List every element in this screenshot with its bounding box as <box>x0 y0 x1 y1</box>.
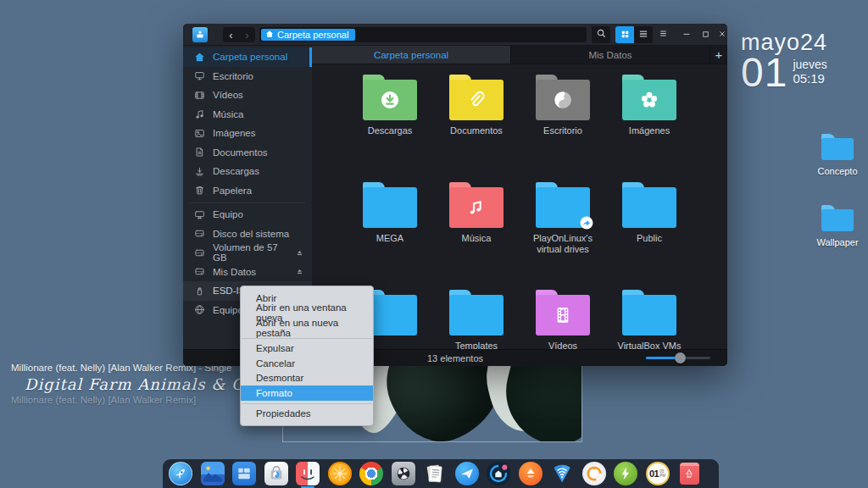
eject-button[interactable] <box>295 248 304 258</box>
disk-icon <box>194 228 205 239</box>
dock-item-wifi[interactable] <box>550 462 574 485</box>
sidebar-item-mis-datos[interactable]: Mis Datos <box>183 263 312 282</box>
dock-item-chrome[interactable] <box>359 462 383 485</box>
forward-button[interactable]: › <box>239 27 255 42</box>
orange-icon <box>328 462 352 485</box>
dock-item-media-player[interactable] <box>392 462 415 485</box>
file-item-playonlinux-s-virtual-drives[interactable]: PlayOnLinux's virtual drives <box>520 172 606 280</box>
file-item-m-sica[interactable]: Música <box>433 172 520 280</box>
file-label: PlayOnLinux's virtual drives <box>520 233 605 255</box>
document-icon <box>194 147 205 158</box>
folder-body <box>821 138 854 161</box>
close-button[interactable] <box>714 26 727 43</box>
context-menu-item-expulsar[interactable]: Expulsar <box>241 341 373 357</box>
icon-view-button[interactable] <box>615 26 634 43</box>
dock-item-power[interactable] <box>614 462 637 485</box>
dock-item-workspaces[interactable] <box>232 462 256 485</box>
cloud-sync-icon <box>487 462 510 485</box>
back-button[interactable]: ‹ <box>223 27 239 42</box>
sidebar-item-descargas[interactable]: Descargas <box>183 162 312 181</box>
dock-item-disk-utility[interactable] <box>519 462 542 485</box>
zoom-slider[interactable] <box>646 357 710 359</box>
file-label: Templates <box>455 341 498 349</box>
sidebar-item-carpeta-personal[interactable]: Carpeta personal <box>183 47 312 67</box>
desktop-shortcut[interactable]: Wallpaper <box>805 205 868 247</box>
shortcut-label: Wallpaper <box>816 237 858 247</box>
sidebar-item-documentos[interactable]: Documentos <box>183 143 312 163</box>
image-icon <box>194 128 205 139</box>
tab-mis-datos[interactable]: Mis Datos <box>511 46 710 64</box>
zoom-slider-knob[interactable] <box>675 352 686 363</box>
dock-item-file-manager[interactable] <box>296 462 320 485</box>
context-menu-item-cancelar[interactable]: Cancelar <box>241 356 373 371</box>
sidebar-item-label: Vídeos <box>213 90 243 100</box>
sidebar-item-papelera[interactable]: Papelera <box>183 181 312 201</box>
context-menu-item-abrir-en-una-nueva-pesta-a[interactable]: Abrir en una nueva pestaña <box>241 320 373 336</box>
app-store-icon <box>264 462 288 485</box>
dock-item-trash[interactable] <box>677 462 701 485</box>
folder-body <box>821 209 854 232</box>
close-icon <box>717 27 727 42</box>
file-item-im-genes[interactable]: Imágenes <box>606 64 693 172</box>
film-icon <box>194 90 205 101</box>
dock-item-mail[interactable] <box>455 462 479 485</box>
dock-item-volume[interactable] <box>582 462 606 485</box>
maximize-icon <box>701 27 710 42</box>
folder-body <box>449 187 504 228</box>
folder-body <box>622 187 676 228</box>
sidebar-item-v-deos[interactable]: Vídeos <box>183 86 312 105</box>
file-view[interactable]: DescargasDocumentosEscritorioImágenesMEG… <box>312 64 727 349</box>
minimize-button[interactable] <box>678 26 695 43</box>
list-view-button[interactable] <box>634 26 653 43</box>
context-menu-item-propiedades[interactable]: Propiedades <box>241 407 373 422</box>
titlebar[interactable]: ‹ › Carpeta personal <box>183 24 727 46</box>
file-item-v-deos[interactable]: Vídeos <box>520 280 606 349</box>
sidebar-item-equipo[interactable]: Equipo <box>183 205 312 225</box>
power-icon <box>614 462 637 485</box>
file-item-documentos[interactable]: Documentos <box>433 64 520 172</box>
folder-body <box>449 295 504 336</box>
tab-carpeta-personal[interactable]: Carpeta personal <box>312 46 511 64</box>
file-label: MEGA <box>376 233 403 244</box>
sidebar-item-disco-del-sistema[interactable]: Disco del sistema <box>183 225 312 244</box>
dock-item-launcher[interactable] <box>169 462 192 485</box>
address-bar[interactable]: Carpeta personal <box>259 27 587 42</box>
sidebar-item-escritorio[interactable]: Escritorio <box>183 67 312 86</box>
new-tab-button[interactable]: + <box>710 46 727 64</box>
grid-view-icon <box>620 27 630 42</box>
folder-icon <box>821 134 854 160</box>
sidebar-item-volumen-de-57-gb[interactable]: Volumen de 57 GB <box>183 243 312 263</box>
dock-item-orange[interactable] <box>328 462 352 485</box>
symlink-emblem-icon <box>579 215 594 230</box>
trash-icon <box>194 185 205 196</box>
path-crumb-home[interactable]: Carpeta personal <box>261 29 355 41</box>
file-item-templates[interactable]: Templates <box>433 280 520 349</box>
file-item-virtualbox-vms[interactable]: VirtualBox VMs <box>606 280 693 349</box>
file-item-public[interactable]: Public <box>606 172 693 280</box>
dock-item-notes[interactable] <box>423 462 447 485</box>
wifi-icon <box>550 462 574 485</box>
eject-button[interactable] <box>295 267 304 276</box>
dock-item-app-store[interactable] <box>264 462 288 485</box>
desktop-shortcuts: ConceptoWallpaper <box>805 134 868 276</box>
context-menu-item-desmontar[interactable]: Desmontar <box>241 371 373 386</box>
context-menu-separator <box>242 403 372 404</box>
folder-icon <box>363 75 417 120</box>
desktop-shortcut[interactable]: Concepto <box>805 134 868 176</box>
usb-icon <box>194 286 205 297</box>
dock-item-cloud-sync[interactable] <box>487 462 510 485</box>
context-menu-item-formato[interactable]: Formato <box>241 385 373 401</box>
file-label: Música <box>462 233 492 244</box>
sidebar-item-im-genes[interactable]: Imágenes <box>183 124 312 143</box>
file-item-descargas[interactable]: Descargas <box>347 64 433 172</box>
dock-item-clock[interactable]: 0105PM <box>646 462 670 485</box>
maximize-button[interactable] <box>697 26 714 43</box>
file-item-mega[interactable]: MEGA <box>347 172 433 280</box>
sidebar-item-m-sica[interactable]: Música <box>183 105 312 125</box>
dock-item-gallery[interactable] <box>201 462 225 485</box>
folder-icon <box>449 75 504 120</box>
file-item-escritorio[interactable]: Escritorio <box>520 64 606 172</box>
folder-icon <box>622 290 676 336</box>
menu-button[interactable] <box>654 26 671 43</box>
search-button[interactable] <box>592 26 610 43</box>
